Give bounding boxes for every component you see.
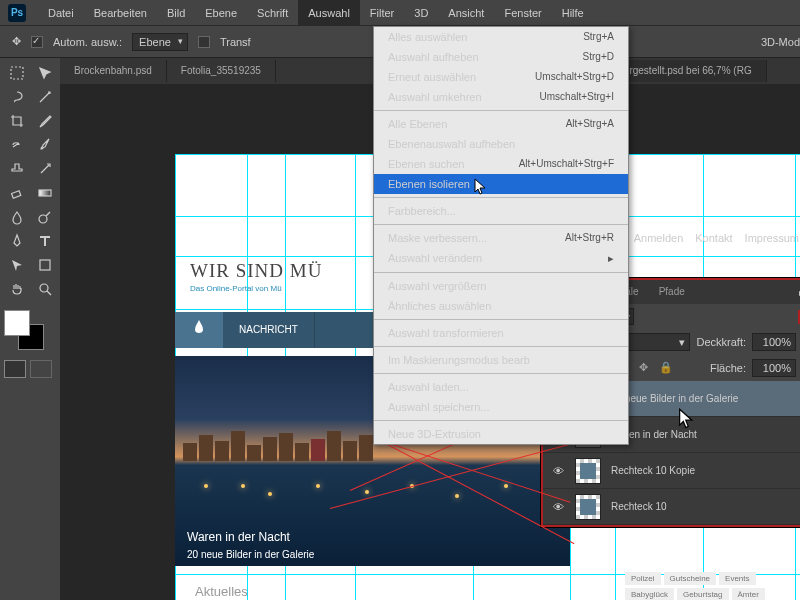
- menu-item[interactable]: Neue 3D-Extrusion: [374, 424, 628, 444]
- menu-item[interactable]: Ebenen suchenAlt+Umschalt+Strg+F: [374, 154, 628, 174]
- hand-tool-icon[interactable]: [4, 278, 30, 300]
- quickmask-toggle[interactable]: [4, 360, 58, 378]
- visibility-icon[interactable]: 👁: [551, 501, 565, 513]
- menu-item[interactable]: Alle EbenenAlt+Strg+A: [374, 114, 628, 134]
- tag: Geburtstag: [677, 588, 729, 600]
- color-swatches[interactable]: [4, 310, 44, 350]
- menu-auswahl[interactable]: Auswahl: [298, 0, 360, 26]
- menu-item[interactable]: Auswahl vergrößern: [374, 276, 628, 296]
- zoom-tool-icon[interactable]: [32, 278, 58, 300]
- menu-ansicht[interactable]: Ansicht: [438, 0, 494, 26]
- crop-tool-icon[interactable]: [4, 110, 30, 132]
- app-logo: Ps: [8, 4, 26, 22]
- move-tool-icon: ✥: [12, 35, 21, 48]
- svg-rect-2: [39, 190, 51, 196]
- stamp-tool-icon[interactable]: [4, 158, 30, 180]
- tag-cloud: Polizei Gutscheine Events Babyglück Gebu…: [625, 572, 800, 600]
- layer-row[interactable]: 👁Rechteck 10 Kopie: [543, 453, 800, 489]
- menu-item[interactable]: Maske verbessern...Alt+Strg+R: [374, 228, 628, 248]
- layer-name: 20 neue Bilder in der Galerie: [611, 393, 738, 404]
- nav-logo-icon: [175, 312, 223, 348]
- blur-tool-icon[interactable]: [4, 206, 30, 228]
- healing-tool-icon[interactable]: [4, 134, 30, 156]
- path-select-icon[interactable]: [4, 254, 30, 276]
- menu-item[interactable]: Auswahl verändern: [374, 248, 628, 269]
- headline: WIR SIND MÜ: [190, 260, 322, 282]
- eraser-tool-icon[interactable]: [4, 182, 30, 204]
- opacity-value[interactable]: 100%: [752, 333, 796, 351]
- eyedropper-tool-icon[interactable]: [32, 110, 58, 132]
- svg-point-5: [40, 284, 48, 292]
- toolbar: [0, 58, 60, 600]
- tag: Babyglück: [625, 588, 674, 600]
- layer-thumb: [575, 458, 601, 484]
- menu-item[interactable]: Auswahl transformieren: [374, 323, 628, 343]
- mode-3d-label: 3D-Mod: [761, 36, 800, 48]
- layer-name: Rechteck 10 Kopie: [611, 465, 695, 476]
- wand-tool-icon[interactable]: [32, 86, 58, 108]
- menubar: Ps Datei Bearbeiten Bild Ebene Schrift A…: [0, 0, 800, 26]
- nav-item-1: NACHRICHT: [223, 312, 315, 348]
- opacity-label: Deckkraft:: [696, 336, 746, 348]
- tag: Events: [719, 572, 755, 585]
- auto-select-label: Autom. ausw.:: [53, 36, 122, 48]
- layer-thumb: [575, 494, 601, 520]
- menu-item[interactable]: Ebenen isolieren: [374, 174, 628, 194]
- menu-fenster[interactable]: Fenster: [494, 0, 551, 26]
- menu-item[interactable]: Farbbereich...: [374, 201, 628, 221]
- menu-hilfe[interactable]: Hilfe: [552, 0, 594, 26]
- menu-item[interactable]: Auswahl aufhebenStrg+D: [374, 47, 628, 67]
- tagline: Das Online-Portal von Mü: [190, 284, 282, 293]
- hero-caption-1: Waren in der Nacht: [187, 530, 290, 544]
- visibility-icon[interactable]: 👁: [551, 465, 565, 477]
- menu-filter[interactable]: Filter: [360, 0, 404, 26]
- section-heading: Aktuelles: [195, 584, 248, 599]
- menu-datei[interactable]: Datei: [38, 0, 84, 26]
- svg-rect-0: [11, 67, 23, 79]
- transform-checkbox[interactable]: [198, 36, 210, 48]
- top-nav: AnmeldenKontaktImpressum: [628, 232, 800, 244]
- menu-item[interactable]: Auswahl umkehrenUmschalt+Strg+I: [374, 87, 628, 107]
- auswahl-dropdown: Alles auswählenStrg+AAuswahl aufhebenStr…: [373, 26, 629, 445]
- layer-row[interactable]: 👁Rechteck 10: [543, 489, 800, 525]
- svg-rect-4: [40, 260, 50, 270]
- tab-pfade[interactable]: Pfade: [649, 280, 695, 304]
- history-brush-icon[interactable]: [32, 158, 58, 180]
- doc-tab-2[interactable]: Fotolia_35519235: [167, 60, 276, 82]
- tag: Polizei: [625, 572, 661, 585]
- menu-item[interactable]: Ähnliches auswählen: [374, 296, 628, 316]
- tag: Gutscheine: [664, 572, 716, 585]
- menu-item[interactable]: Ebenenauswahl aufheben: [374, 134, 628, 154]
- menu-schrift[interactable]: Schrift: [247, 0, 298, 26]
- doc-tab-1[interactable]: Brockenbahn.psd: [60, 60, 167, 82]
- fill-label: Fläche:: [710, 362, 746, 374]
- menu-ebene[interactable]: Ebene: [195, 0, 247, 26]
- gradient-tool-icon[interactable]: [32, 182, 58, 204]
- move-tool-icon[interactable]: [32, 62, 58, 84]
- transform-label: Transf: [220, 36, 251, 48]
- hero-caption-2: 20 neue Bilder in der Galerie: [187, 549, 314, 560]
- shape-tool-icon[interactable]: [32, 254, 58, 276]
- menu-bearbeiten[interactable]: Bearbeiten: [84, 0, 157, 26]
- auto-select-checkbox[interactable]: [31, 36, 43, 48]
- svg-rect-1: [12, 191, 21, 198]
- tag: Ämter: [732, 588, 765, 600]
- auto-select-mode[interactable]: Ebene: [132, 33, 188, 51]
- fill-value[interactable]: 100%: [752, 359, 796, 377]
- menu-item[interactable]: Im Maskierungsmodus bearb: [374, 350, 628, 370]
- brush-tool-icon[interactable]: [32, 134, 58, 156]
- menu-item[interactable]: Erneut auswählenUmschalt+Strg+D: [374, 67, 628, 87]
- cursor-icon: [678, 408, 696, 432]
- panel-menu-icon[interactable]: ▸≡: [793, 287, 800, 298]
- marquee-tool-icon[interactable]: [4, 62, 30, 84]
- text-tool-icon[interactable]: [32, 230, 58, 252]
- menu-item[interactable]: Auswahl speichern...: [374, 397, 628, 417]
- lasso-tool-icon[interactable]: [4, 86, 30, 108]
- pen-tool-icon[interactable]: [4, 230, 30, 252]
- menu-bild[interactable]: Bild: [157, 0, 195, 26]
- menu-item[interactable]: Auswahl laden...: [374, 377, 628, 397]
- dodge-tool-icon[interactable]: [32, 206, 58, 228]
- menu-3d[interactable]: 3D: [404, 0, 438, 26]
- menu-item[interactable]: Alles auswählenStrg+A: [374, 27, 628, 47]
- layer-name: Rechteck 10: [611, 501, 667, 512]
